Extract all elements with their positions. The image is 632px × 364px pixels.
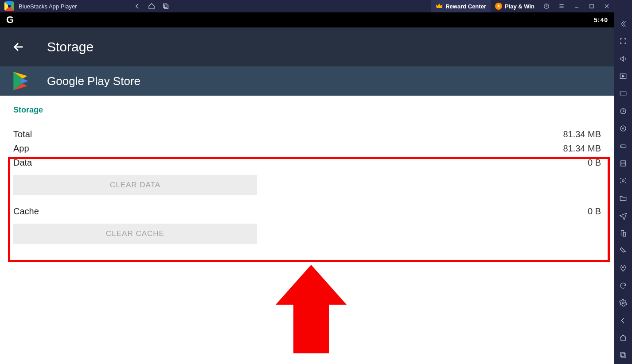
svg-rect-3 <box>590 4 593 8</box>
shake-icon[interactable] <box>614 242 632 259</box>
storage-app-label: App <box>13 143 29 154</box>
storage-total-value: 81.34 MB <box>563 129 601 139</box>
status-clock: 5:40 <box>594 16 608 23</box>
storage-total-row: Total 81.34 MB <box>13 127 601 141</box>
play-and-win-label: Play & Win <box>505 3 534 10</box>
nav-home-button[interactable] <box>144 0 159 12</box>
volume-icon[interactable] <box>614 50 632 67</box>
play-and-win-button[interactable]: Play & Win <box>491 0 539 12</box>
bluestacks-titlebar: BlueStacks App Player Reward Center Play… <box>0 0 632 12</box>
nav-back-button[interactable] <box>130 0 144 12</box>
svg-rect-5 <box>620 92 626 96</box>
settings-header: Storage <box>0 27 614 66</box>
playwin-chip-icon <box>495 3 502 10</box>
location-lock-icon[interactable] <box>614 120 632 137</box>
reward-center-label: Reward Center <box>445 3 486 10</box>
android-back-icon[interactable] <box>614 312 632 329</box>
storage-data-value: 0 B <box>588 158 601 168</box>
collapse-icon[interactable] <box>614 15 632 32</box>
map-pin-icon[interactable] <box>614 259 632 277</box>
fullscreen-icon[interactable] <box>614 32 632 50</box>
sync-icon[interactable] <box>614 102 632 120</box>
android-home-icon[interactable] <box>614 329 632 346</box>
storage-app-row: App 81.34 MB <box>13 141 601 155</box>
svg-rect-1 <box>164 5 168 8</box>
android-status-bar: G 5:40 <box>0 12 614 27</box>
storage-cache-value: 0 B <box>588 206 601 217</box>
bluestacks-logo-icon <box>4 1 14 11</box>
minimize-button[interactable] <box>569 0 584 12</box>
storage-cache-row: Cache 0 B <box>13 204 601 218</box>
svg-point-15 <box>623 267 624 268</box>
svg-point-16 <box>622 302 624 304</box>
android-recents-icon[interactable] <box>614 347 632 364</box>
arrow-left-icon <box>12 41 25 53</box>
svg-point-7 <box>620 126 626 131</box>
nav-recents-button[interactable] <box>159 0 173 12</box>
play-store-icon <box>10 70 32 92</box>
svg-point-12 <box>622 180 624 182</box>
rotate-icon[interactable] <box>614 277 632 294</box>
side-toolbar: APK <box>614 12 632 364</box>
folder-icon[interactable] <box>614 190 632 207</box>
svg-point-8 <box>623 128 624 129</box>
storage-total-label: Total <box>13 129 32 139</box>
crown-icon <box>436 3 443 10</box>
svg-rect-14 <box>623 232 625 236</box>
maximize-button[interactable] <box>584 0 599 12</box>
page-title: Storage <box>47 39 94 54</box>
storage-data-row: Data 0 B <box>13 155 601 170</box>
clear-cache-button[interactable]: CLEAR CACHE <box>13 224 257 244</box>
install-apk-icon[interactable]: APK <box>614 155 632 172</box>
app-name: BlueStacks App Player <box>19 3 77 10</box>
game-controller-icon[interactable] <box>614 137 632 155</box>
svg-text:APK: APK <box>621 163 625 165</box>
storage-cache-label: Cache <box>13 206 39 217</box>
storage-app-value: 81.34 MB <box>563 143 601 154</box>
storage-data-label: Data <box>13 158 32 168</box>
app-header-row: Google Play Store <box>0 66 614 96</box>
svg-rect-13 <box>621 230 624 235</box>
storage-content: Storage Total 81.34 MB App 81.34 MB Data… <box>0 96 614 364</box>
svg-rect-18 <box>622 354 626 358</box>
settings-back-button[interactable] <box>12 41 25 53</box>
clear-data-button[interactable]: CLEAR DATA <box>13 175 257 195</box>
settings-icon[interactable] <box>614 294 632 312</box>
device-icon[interactable] <box>614 225 632 242</box>
reward-center-button[interactable]: Reward Center <box>431 0 491 12</box>
svg-rect-0 <box>163 4 167 8</box>
svg-rect-9 <box>620 145 626 147</box>
media-folder-icon[interactable] <box>614 67 632 85</box>
close-button[interactable] <box>599 0 614 12</box>
app-name-label: Google Play Store <box>47 74 140 88</box>
keyboard-shortcut-icon[interactable] <box>614 85 632 102</box>
svg-rect-17 <box>620 352 624 356</box>
storage-section-title: Storage <box>13 105 601 115</box>
airplane-icon[interactable] <box>614 207 632 224</box>
hamburger-button[interactable] <box>554 0 569 12</box>
google-g-icon: G <box>6 14 14 26</box>
help-button[interactable] <box>539 0 554 12</box>
screenshot-icon[interactable] <box>614 172 632 190</box>
